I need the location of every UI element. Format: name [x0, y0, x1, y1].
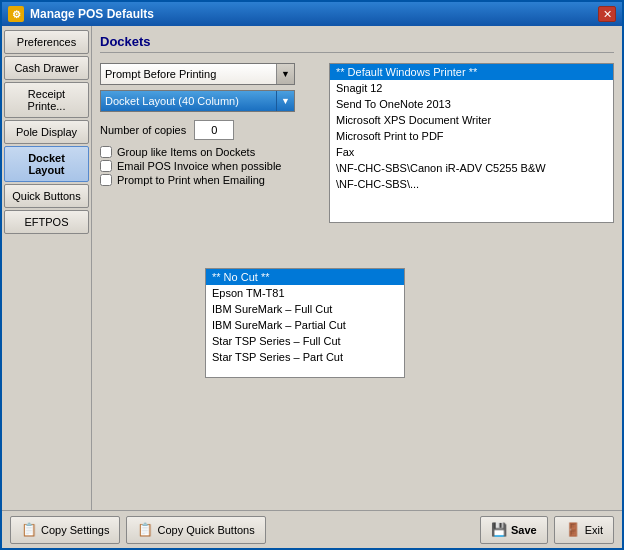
section-title: Dockets	[100, 34, 614, 53]
docket-layout-select[interactable]: Docket Layout (40 Column) ▼	[100, 90, 295, 112]
sidebar: Preferences Cash Drawer Receipt Printe..…	[2, 26, 92, 510]
copy-quick-icon: 📋	[137, 522, 153, 537]
sidebar-item-pole-display[interactable]: Pole Display	[4, 120, 89, 144]
prompt-before-printing-select[interactable]: Prompt Before Printing ▼	[100, 63, 295, 85]
app-icon: ⚙	[8, 6, 24, 22]
title-bar-left: ⚙ Manage POS Defaults	[8, 6, 154, 22]
prompt-print-checkbox[interactable]	[100, 174, 112, 186]
copies-input[interactable]	[194, 120, 234, 140]
cut-list: ** No Cut ** Epson TM-T81 IBM SureMark –…	[205, 268, 405, 378]
printer-item-0[interactable]: ** Default Windows Printer **	[330, 64, 613, 80]
printer-item-6[interactable]: \NF-CHC-SBS\Canon iR-ADV C5255 B&W	[330, 160, 613, 176]
sidebar-item-preferences[interactable]: Preferences	[4, 30, 89, 54]
printer-item-4[interactable]: Microsoft Print to PDF	[330, 128, 613, 144]
exit-button[interactable]: 🚪 Exit	[554, 516, 614, 544]
footer: 📋 Copy Settings 📋 Copy Quick Buttons 💾 S…	[2, 510, 622, 548]
dockets-panel: Prompt Before Printing ▼ Docket Layout (…	[100, 63, 614, 502]
sidebar-item-cash-drawer[interactable]: Cash Drawer	[4, 56, 89, 80]
sidebar-item-docket-layout[interactable]: Docket Layout	[4, 146, 89, 182]
exit-icon: 🚪	[565, 522, 581, 537]
title-bar: ⚙ Manage POS Defaults ✕	[2, 2, 622, 26]
close-button[interactable]: ✕	[598, 6, 616, 22]
cut-item-3[interactable]: IBM SureMark – Partial Cut	[206, 317, 404, 333]
window-title: Manage POS Defaults	[30, 7, 154, 21]
cut-item-1[interactable]: Epson TM-T81	[206, 285, 404, 301]
docket-dropdown-arrow: ▼	[276, 91, 294, 111]
copy-quick-buttons-button[interactable]: 📋 Copy Quick Buttons	[126, 516, 265, 544]
copies-label: Number of copies	[100, 124, 186, 136]
printer-list: ** Default Windows Printer ** Snagit 12 …	[329, 63, 614, 223]
sidebar-item-eftpos[interactable]: EFTPOS	[4, 210, 89, 234]
sidebar-item-quick-buttons[interactable]: Quick Buttons	[4, 184, 89, 208]
copy-settings-button[interactable]: 📋 Copy Settings	[10, 516, 120, 544]
cut-item-5[interactable]: Star TSP Series – Part Cut	[206, 349, 404, 365]
cut-item-0[interactable]: ** No Cut **	[206, 269, 404, 285]
email-pos-checkbox[interactable]	[100, 160, 112, 172]
cut-item-4[interactable]: Star TSP Series – Full Cut	[206, 333, 404, 349]
main-content: Dockets Prompt Before Printing ▼ Doc	[92, 26, 622, 510]
save-icon: 💾	[491, 522, 507, 537]
prompt-dropdown-arrow: ▼	[276, 64, 294, 84]
cut-item-2[interactable]: IBM SureMark – Full Cut	[206, 301, 404, 317]
printer-item-2[interactable]: Send To OneNote 2013	[330, 96, 613, 112]
printer-item-7[interactable]: \NF-CHC-SBS\...	[330, 176, 613, 192]
save-button[interactable]: 💾 Save	[480, 516, 548, 544]
manage-pos-defaults-window: ⚙ Manage POS Defaults ✕ Preferences Cash…	[0, 0, 624, 550]
window-body: Preferences Cash Drawer Receipt Printe..…	[2, 26, 622, 510]
copy-settings-icon: 📋	[21, 522, 37, 537]
printer-item-5[interactable]: Fax	[330, 144, 613, 160]
sidebar-item-receipt-printer[interactable]: Receipt Printe...	[4, 82, 89, 118]
printer-item-1[interactable]: Snagit 12	[330, 80, 613, 96]
printer-item-3[interactable]: Microsoft XPS Document Writer	[330, 112, 613, 128]
group-items-checkbox[interactable]	[100, 146, 112, 158]
